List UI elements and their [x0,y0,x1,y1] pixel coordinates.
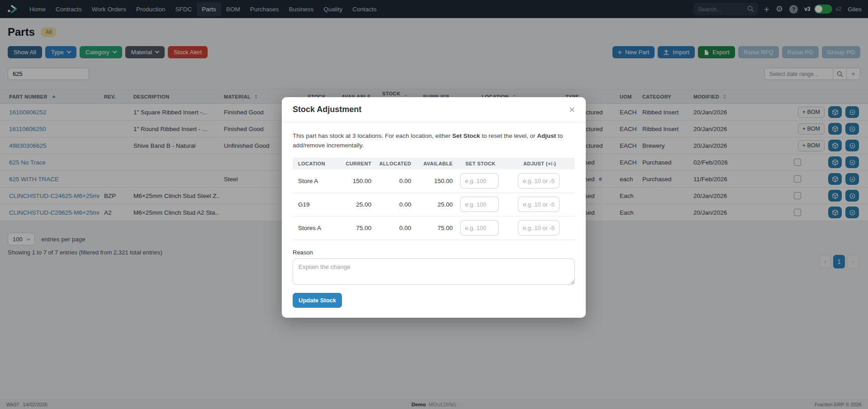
location-cell: Stores A [293,225,338,231]
col-adjust: ADJUST (+/-) [512,161,575,166]
stock-location-row: Stores A 75.00 0.00 75.00 [293,216,575,240]
modal-title: Stock Adjustment [293,105,361,114]
current-cell: 25.00 [338,201,373,208]
close-icon[interactable]: × [569,105,575,115]
set-stock-input[interactable] [460,173,499,188]
stock-location-row: G19 25.00 0.00 25.00 [293,193,575,216]
col-allocated: ALLOCATED [373,161,413,166]
col-current: CURRENT [338,161,373,166]
location-cell: G19 [293,201,338,208]
location-cell: Store A [293,178,338,184]
adjust-input[interactable] [518,220,560,235]
current-cell: 150.00 [338,178,373,184]
allocated-cell: 0.00 [373,225,413,231]
available-cell: 25.00 [413,201,455,208]
available-cell: 150.00 [413,178,455,184]
stock-table-header: LOCATION CURRENT ALLOCATED AVAILABLE SET… [293,158,575,169]
stock-adjustment-modal: Stock Adjustment × This part has stock a… [282,97,586,318]
allocated-cell: 0.00 [373,201,413,208]
col-set-stock: SET STOCK [455,161,512,166]
col-available: AVAILABLE [413,161,455,166]
set-stock-input[interactable] [460,197,499,212]
current-cell: 75.00 [338,225,373,231]
adjust-input[interactable] [518,173,560,188]
set-stock-input[interactable] [460,220,499,235]
col-location: LOCATION [293,161,338,166]
reason-label: Reason [293,249,575,256]
stock-location-row: Store A 150.00 0.00 150.00 [293,169,575,193]
allocated-cell: 0.00 [373,178,413,184]
available-cell: 75.00 [413,225,455,231]
update-stock-button[interactable]: Update Stock [293,293,342,308]
adjust-input[interactable] [518,197,560,212]
modal-description: This part has stock at 3 locations. For … [293,132,575,150]
modal-header: Stock Adjustment × [282,97,586,122]
modal-body: This part has stock at 3 locations. For … [282,122,586,318]
reason-textarea[interactable] [293,259,575,285]
